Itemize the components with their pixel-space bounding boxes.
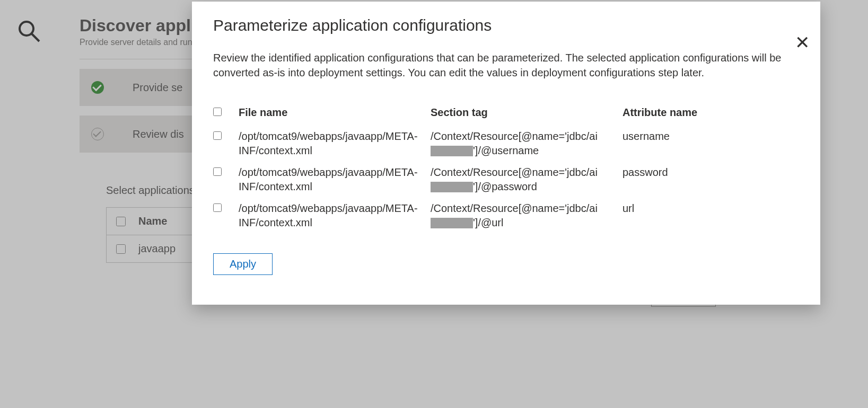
file-cell: /opt/tomcat9/webapps/javaapp/META-INF/co… — [239, 165, 429, 194]
section-tag-cell: /Context/Resource[@name='jdbc/ai ']/@pas… — [431, 165, 621, 194]
section-prefix: /Context/Resource[@name='jdbc/ai — [431, 130, 598, 142]
modal-description: Review the identified application config… — [213, 50, 786, 80]
redacted-icon — [431, 218, 473, 228]
attr-cell: username — [622, 129, 760, 144]
section-tag-cell: /Context/Resource[@name='jdbc/ai ']/@url — [431, 201, 621, 230]
table-row: /opt/tomcat9/webapps/javaapp/META-INF/co… — [213, 165, 799, 194]
apply-button[interactable]: Apply — [213, 253, 273, 275]
select-all-param-checkbox[interactable] — [213, 108, 222, 116]
redacted-icon — [431, 146, 473, 156]
section-suffix: ']/@username — [473, 145, 539, 156]
table-row: /opt/tomcat9/webapps/javaapp/META-INF/co… — [213, 201, 799, 230]
attr-cell: url — [622, 201, 760, 216]
table-row: /opt/tomcat9/webapps/javaapp/META-INF/co… — [213, 129, 799, 158]
col-file: File name — [239, 105, 429, 120]
attr-cell: password — [622, 165, 760, 180]
section-prefix: /Context/Resource[@name='jdbc/ai — [431, 166, 598, 178]
modal-title: Parameterize application configurations — [213, 16, 799, 34]
parameterize-modal: Parameterize application configurations … — [192, 2, 820, 305]
col-section: Section tag — [431, 105, 621, 120]
param-table: File name Section tag Attribute name /op… — [213, 105, 799, 230]
row-checkbox[interactable] — [213, 131, 222, 140]
section-prefix: /Context/Resource[@name='jdbc/ai — [431, 202, 598, 214]
param-table-header: File name Section tag Attribute name — [213, 105, 799, 120]
section-suffix: ']/@password — [473, 181, 537, 192]
section-suffix: ']/@url — [473, 217, 503, 228]
close-icon[interactable]: ✕ — [795, 33, 810, 51]
file-cell: /opt/tomcat9/webapps/javaapp/META-INF/co… — [239, 129, 429, 158]
file-cell: /opt/tomcat9/webapps/javaapp/META-INF/co… — [239, 201, 429, 230]
row-checkbox[interactable] — [213, 167, 222, 176]
col-attr: Attribute name — [622, 105, 760, 120]
section-tag-cell: /Context/Resource[@name='jdbc/ai ']/@use… — [431, 129, 621, 158]
row-checkbox[interactable] — [213, 203, 222, 212]
redacted-icon — [431, 182, 473, 192]
